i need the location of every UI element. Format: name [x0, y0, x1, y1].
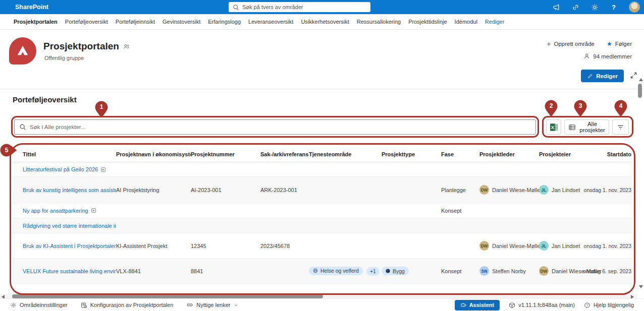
nav-item-leveranseoversikt[interactable]: Leveranseoversikt: [248, 19, 293, 25]
cell-project-owner[interactable]: DW Daniel Wiese-Møller: [539, 266, 587, 276]
cell-project-type: Bygg: [382, 267, 441, 275]
nav-item-rediger[interactable]: Rediger: [485, 19, 505, 25]
column-header-tittel[interactable]: Tittel: [23, 151, 116, 157]
vertical-scrollbar-thumb[interactable]: [638, 84, 642, 98]
project-type-tag[interactable]: Bygg: [382, 267, 409, 275]
configuration-link[interactable]: Konfigurasjon av Prosjektportalen: [81, 302, 173, 308]
open-project-icon[interactable]: [91, 208, 96, 213]
global-search[interactable]: [229, 2, 370, 12]
megaphone-icon[interactable]: [552, 3, 560, 11]
project-link[interactable]: Bruk av kunstig intelligens som assisten…: [23, 187, 116, 193]
annotation-pin-4: 4: [614, 100, 627, 117]
service-area-tag[interactable]: Helse og velferd: [309, 267, 363, 275]
portfolio-search-input[interactable]: [30, 124, 531, 130]
follow-button[interactable]: ★ Følger: [607, 40, 632, 47]
cell-archive-ref: ARK-2023-001: [260, 187, 309, 193]
column-header-prosjekteier[interactable]: Prosjekteier: [539, 151, 587, 157]
table-row[interactable]: VELUX Future sustainable living environm…: [12, 259, 632, 284]
table-row[interactable]: Litteraturfestival på Geilo 2026: [12, 162, 632, 177]
table-row[interactable]: Bruk av KI-Assistent i Prosjektportalen …: [12, 233, 632, 259]
view-selector-button[interactable]: Alle prosjekter: [564, 119, 609, 135]
project-link[interactable]: Litteraturfestival på Geilo 2026: [23, 166, 98, 172]
sharepoint-brand[interactable]: SharePoint: [15, 4, 48, 11]
pin-number: 4: [614, 102, 627, 109]
nav-item-portefoljeinnsikt[interactable]: Porteføljeinnsikt: [116, 19, 155, 25]
cell-project-number: 8841: [191, 268, 260, 274]
horizontal-scrollbar-thumb[interactable]: [12, 294, 323, 298]
expand-icon[interactable]: [630, 72, 638, 80]
gear-icon: [10, 302, 17, 308]
settings-gear-icon[interactable]: [591, 3, 599, 11]
help-circle-icon: ?: [584, 302, 591, 308]
open-project-icon[interactable]: [100, 167, 106, 172]
scroll-up-arrow-icon[interactable]: [639, 78, 643, 81]
cell-project-manager[interactable]: DW Daniel Wiese-Møller: [479, 241, 539, 251]
edit-page-button[interactable]: Rediger: [581, 70, 624, 82]
edit-page-label: Rediger: [596, 73, 618, 79]
nav-item-gevinstoversikt[interactable]: Gevinstoversikt: [163, 19, 200, 25]
table-row[interactable]: Rådgivning ved større internationale inv…: [12, 218, 632, 233]
annotation-pin-5: 5: [2, 142, 15, 159]
project-link[interactable]: Rådgivning ved større internationale inv…: [23, 223, 116, 229]
site-settings-link[interactable]: Områdeinnstillinger: [10, 302, 68, 308]
cell-economy-name: KI-Assistent Prosjekt: [116, 243, 191, 249]
table-header-row: Tittel Prosjektnavn i økonomisyste... Pr…: [12, 146, 632, 162]
nav-item-prosjekttidslinje[interactable]: Prosjekttidslinje: [408, 19, 447, 25]
nav-item-prosjektportalen[interactable]: Prosjektportalen: [14, 19, 58, 25]
teams-icon: [123, 43, 130, 50]
help-icon[interactable]: ?: [610, 3, 618, 11]
column-header-prosjektnavn[interactable]: Prosjektnavn i økonomisyste...: [116, 151, 191, 157]
column-header-prosjekttype[interactable]: Prosjekttype: [382, 151, 441, 157]
cell-project-manager[interactable]: SN Steffen Norby: [479, 266, 539, 276]
nav-item-erfaringslogg[interactable]: Erfaringslogg: [208, 19, 241, 25]
cell-project-manager[interactable]: DW Daniel Wiese-Møller: [479, 185, 539, 195]
column-header-arkivreferanse[interactable]: Sak-/arkivreferanse: [260, 151, 309, 157]
table-row[interactable]: Ny app for ansattparkering Konsept: [12, 203, 632, 218]
useful-links-menu[interactable]: Nyttige lenker: [186, 301, 238, 308]
column-header-startdato[interactable]: Startdato: [607, 151, 632, 157]
view-selector-label: Alle prosjekter: [579, 121, 605, 133]
filter-button[interactable]: [612, 119, 629, 135]
svg-text:?: ?: [586, 303, 588, 306]
column-header-prosjektleder[interactable]: Prosjektleder: [479, 151, 539, 157]
cell-project-number: 12345: [191, 243, 260, 249]
configuration-label: Konfigurasjon av Prosjektportalen: [90, 302, 173, 308]
column-header-tjenesteomrade[interactable]: Tjenesteområde: [309, 151, 382, 157]
nav-item-idemodul[interactable]: Idémodul: [455, 19, 477, 25]
user-avatar[interactable]: [629, 2, 640, 13]
column-header-fase[interactable]: Fase: [441, 151, 479, 157]
export-excel-button[interactable]: X: [546, 119, 561, 135]
portfolio-search-box[interactable]: [14, 119, 536, 135]
column-header-prosjektnummer[interactable]: Prosjektnummer: [191, 151, 260, 157]
site-header: Prosjektportalen Offentlig gruppe + Oppr…: [0, 30, 644, 89]
members-count[interactable]: 94 medlemmer: [583, 53, 632, 59]
assistant-label: Assistent: [469, 302, 495, 308]
hub-navigation: Prosjektportalen Porteføljeoversikt Port…: [0, 14, 644, 30]
project-link[interactable]: VELUX Future sustainable living environm…: [23, 268, 116, 274]
scroll-down-arrow-icon[interactable]: [639, 285, 643, 288]
global-search-input[interactable]: [242, 4, 366, 10]
nav-item-usikkerhetsoversikt[interactable]: Usikkerhetsoversikt: [301, 19, 349, 25]
cell-project-owner[interactable]: JL Jan Lindset: [539, 241, 587, 251]
project-link[interactable]: Ny app for ansattparkering: [23, 208, 88, 214]
service-area-overflow-tag[interactable]: +1: [366, 267, 380, 276]
members-label: 94 medlemmer: [593, 53, 632, 59]
cell-phase: Konsept: [441, 268, 479, 274]
persona-coin: JL: [539, 241, 549, 251]
cell-phase: Konsept: [441, 208, 479, 214]
nav-item-ressursallokering[interactable]: Ressursallokering: [357, 19, 401, 25]
assistant-button[interactable]: Assistent: [455, 300, 500, 310]
pin-number: 3: [574, 102, 587, 109]
persona-name: Jan Lindset: [552, 187, 580, 193]
help-available-link[interactable]: ? Hjelp tilgjengelig: [584, 302, 634, 308]
create-site-button[interactable]: + Opprett område: [547, 40, 595, 48]
cell-project-owner[interactable]: JL Jan Lindset: [539, 185, 587, 195]
table-row[interactable]: Bruk av kunstig intelligens som assisten…: [12, 177, 632, 203]
link-icon[interactable]: [571, 3, 579, 11]
project-link[interactable]: Bruk av KI-Assistent i Prosjektportalen: [23, 243, 116, 249]
view-list-icon: [568, 123, 576, 131]
cell-phase: Planlegge: [441, 187, 479, 193]
pencil-icon: [587, 73, 593, 79]
site-logo[interactable]: [9, 37, 36, 65]
nav-item-portefoljeoversikt[interactable]: Porteføljeoversikt: [65, 19, 108, 25]
